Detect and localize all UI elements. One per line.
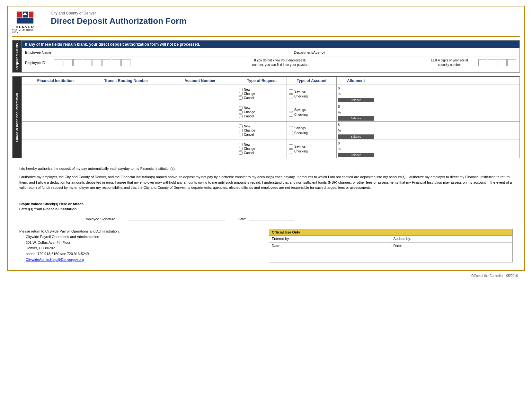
institution-input-1[interactable] [23,86,88,102]
change-checkbox-2[interactable] [239,110,243,114]
logo-area: DENVER THE MILE HIGH CITY [12,11,48,33]
social-box-2[interactable] [488,59,497,66]
allot-dollar-3[interactable] [342,123,374,128]
change-checkbox-4[interactable] [239,147,243,151]
checking-checkbox-4[interactable] [289,149,293,153]
allotment-cell-1: $ % Balance [337,85,375,103]
allot-percent-4[interactable] [342,147,374,152]
id-box-3[interactable] [73,59,82,66]
id-box-2[interactable] [64,59,73,66]
warning-bar: If any of these fields remain blank, you… [22,41,519,48]
routing-cell-4[interactable] [89,140,163,158]
checking-checkbox-2[interactable] [289,113,293,117]
account-input-1[interactable] [164,86,235,102]
svg-rect-3 [29,12,33,18]
social-box-3[interactable] [498,59,507,66]
allot-dollar-1[interactable] [342,86,374,91]
account-cell-2[interactable] [163,103,237,121]
institution-input-4[interactable] [23,141,88,157]
id-box-4[interactable] [83,59,92,66]
balance-btn-1[interactable]: Balance [338,98,374,102]
cancel-checkbox-4[interactable] [239,151,243,155]
employee-id-row: Employee ID If you do not know your empl… [22,57,519,69]
email-link[interactable]: CitywideAdmin.Help@Denvergov.org [26,258,84,261]
id-box-1[interactable] [54,59,63,66]
date-label: Date: [238,217,246,221]
change-checkbox-3[interactable] [239,129,243,132]
institution-input-3[interactable] [23,123,88,138]
routing-cell-1[interactable] [89,85,163,103]
address-column: Please return to Citywide Payroll Operat… [19,229,262,263]
routing-cell-3[interactable] [89,122,163,140]
account-cell-3[interactable] [163,122,237,140]
social-box-1[interactable] [478,59,487,66]
routing-input-2[interactable] [91,105,162,120]
social-box-4[interactable] [507,59,516,66]
empid-note: If you do not know your employee IDnumbe… [137,58,424,67]
id-box-7[interactable] [112,59,121,66]
institution-cell-2[interactable] [22,103,89,121]
header: DENVER THE MILE HIGH CITY City and Count… [12,11,520,37]
savings-checkbox-4[interactable] [289,144,293,149]
return-line-5: phone: 720 913-5160 fax: 720 913-5249 [19,251,262,257]
account-input-3[interactable] [164,123,235,138]
account-cell-1[interactable] [163,85,237,103]
balance-btn-3[interactable]: Balance [338,134,374,139]
id-box-6[interactable] [102,59,111,66]
account-type-cell-3: Savings Checking [287,122,337,140]
routing-input-4[interactable] [91,141,162,157]
text-1: I do hereby authorize the deposit of my … [19,166,513,171]
denver-logo-icon [15,11,35,24]
cancel-checkbox-3[interactable] [239,133,243,136]
header-allotment: Allotment [337,77,375,85]
balance-btn-2[interactable]: Balance [338,116,374,121]
account-input-4[interactable] [164,141,235,157]
return-section: Please return to Citywide Payroll Operat… [12,225,520,266]
return-line-1: Please return to Citywide Payroll Operat… [19,229,262,234]
financial-section: Financial Institution Information Financ… [12,76,520,158]
page-title: Direct Deposit Authorization Form [51,16,520,26]
cancel-checkbox-2[interactable] [239,114,243,118]
logo-text: DENVER [16,25,34,29]
allot-dollar-2[interactable] [342,104,374,109]
id-box-5[interactable] [93,59,102,66]
official-date-2: Date: [391,243,513,250]
checking-checkbox-3[interactable] [289,131,293,135]
savings-checkbox-1[interactable] [289,89,293,94]
routing-cell-2[interactable] [89,103,163,121]
routing-input-3[interactable] [91,123,162,138]
id-box-8[interactable] [121,59,130,66]
institution-cell-4[interactable] [22,140,89,158]
signature-line[interactable] [129,215,225,221]
account-cell-4[interactable] [163,140,237,158]
allot-percent-3[interactable] [342,128,374,133]
new-checkbox-1[interactable] [239,88,243,91]
checking-checkbox-1[interactable] [289,94,293,98]
employee-name-input[interactable] [58,50,281,55]
new-checkbox-3[interactable] [239,124,243,128]
account-input-2[interactable] [164,105,235,120]
institution-cell-3[interactable] [22,122,89,140]
change-checkbox-1[interactable] [239,92,243,96]
savings-checkbox-2[interactable] [289,108,293,112]
department-input[interactable] [332,50,517,55]
savings-checkbox-3[interactable] [289,126,293,130]
header-request-type: Type of Request [237,77,287,85]
allotment-cell-2: $ % Balance [337,103,375,121]
institution-cell-1[interactable] [22,85,89,103]
cancel-checkbox-1[interactable] [239,96,243,100]
allot-percent-2[interactable] [342,110,374,115]
official-entered-row: Entered by: Audited by: [269,236,512,243]
new-checkbox-2[interactable] [239,106,243,110]
page-footer: Office of the Controller - 05/2010 [7,273,525,279]
allot-percent-1[interactable] [342,92,374,97]
routing-input-1[interactable] [91,86,162,102]
new-checkbox-4[interactable] [239,143,243,146]
signature-section: Staple Voided Check(s) Here or AttachLet… [12,198,520,225]
date-line[interactable] [249,215,294,221]
balance-btn-4[interactable]: Balance [338,153,374,157]
institution-input-2[interactable] [23,105,88,120]
allot-dollar-4[interactable] [342,141,374,146]
audited-by-label: Audited by: [391,236,513,243]
title-area: City and County of Denver Direct Deposit… [48,11,520,26]
